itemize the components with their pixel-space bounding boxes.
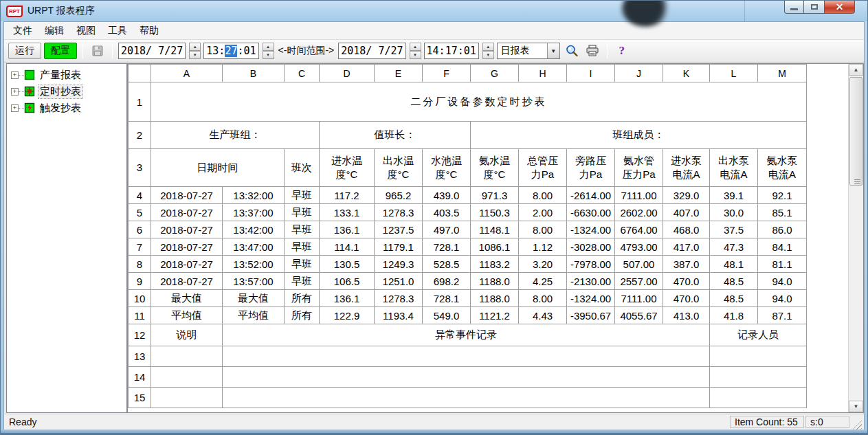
value-cell[interactable]: 48.5 xyxy=(710,290,758,307)
value-cell[interactable]: 4.25 xyxy=(519,273,567,290)
value-cell[interactable]: 1249.3 xyxy=(375,256,423,273)
value-cell[interactable]: -1324.00 xyxy=(567,290,615,307)
header-cell[interactable]: 出水泵电流A xyxy=(710,149,758,187)
value-cell[interactable]: 37.5 xyxy=(710,221,758,238)
value-cell[interactable]: 8.00 xyxy=(519,187,567,204)
spin-down-button[interactable]: ▼ xyxy=(189,51,201,59)
value-cell[interactable]: 965.2 xyxy=(375,187,423,204)
save-icon[interactable] xyxy=(89,43,107,59)
time-cell[interactable]: 平均值 xyxy=(223,307,285,324)
shift-cell[interactable]: 早班 xyxy=(285,256,320,273)
notes-label-cell[interactable]: 说明 xyxy=(151,324,223,346)
value-cell[interactable]: 7111.00 xyxy=(615,290,663,307)
menu-help[interactable]: 帮助 xyxy=(133,23,165,39)
value-cell[interactable]: 7111.00 xyxy=(615,187,663,204)
run-button[interactable]: 运行 xyxy=(8,43,41,59)
tree-item-production-report[interactable]: + 产量报表 xyxy=(8,67,125,83)
value-cell[interactable]: 85.1 xyxy=(758,204,807,221)
value-cell[interactable]: 106.5 xyxy=(320,273,375,290)
header-cell[interactable]: 氨水管压力Pa xyxy=(615,149,663,187)
header-datetime[interactable]: 日期时间 xyxy=(151,149,285,187)
value-cell[interactable]: 130.5 xyxy=(320,256,375,273)
expand-plus-icon[interactable]: + xyxy=(11,88,19,96)
spin-up-button[interactable]: ▲ xyxy=(263,43,274,51)
value-cell[interactable]: 728.1 xyxy=(423,290,471,307)
value-cell[interactable]: 8.00 xyxy=(519,221,567,238)
expand-plus-icon[interactable]: + xyxy=(11,71,19,79)
empty-cell[interactable] xyxy=(151,346,223,367)
value-cell[interactable]: 117.2 xyxy=(320,187,375,204)
value-cell[interactable]: 1148.1 xyxy=(471,221,519,238)
recorder-cell[interactable]: 记录人员 xyxy=(710,324,807,346)
value-cell[interactable]: 1121.2 xyxy=(471,307,519,324)
value-cell[interactable]: 47.3 xyxy=(710,238,758,256)
resize-grip[interactable] xyxy=(852,420,862,430)
value-cell[interactable]: 413.0 xyxy=(663,307,710,324)
time-cell[interactable]: 13:52:00 xyxy=(223,256,285,273)
scrollbar-track[interactable] xyxy=(849,76,863,401)
time-cell[interactable]: 13:42:00 xyxy=(223,221,285,238)
value-cell[interactable]: 387.0 xyxy=(663,256,710,273)
header-shift[interactable]: 班次 xyxy=(285,149,320,187)
config-button[interactable]: 配置 xyxy=(44,43,77,59)
scroll-down-icon[interactable]: ▼ xyxy=(849,401,863,412)
empty-cell[interactable] xyxy=(151,388,223,408)
start-time-input[interactable]: 13:27:01 xyxy=(203,43,258,59)
minimize-button[interactable] xyxy=(784,1,804,14)
value-cell[interactable]: 4793.00 xyxy=(615,238,663,256)
spin-up-button[interactable]: ▲ xyxy=(189,43,201,51)
menu-edit[interactable]: 编辑 xyxy=(38,23,70,39)
date-cell[interactable]: 最大值 xyxy=(151,290,223,307)
value-cell[interactable]: 2557.00 xyxy=(615,273,663,290)
value-cell[interactable]: -3950.67 xyxy=(567,307,615,324)
value-cell[interactable]: 1188.0 xyxy=(471,290,519,307)
value-cell[interactable]: 6764.00 xyxy=(615,221,663,238)
empty-cell[interactable] xyxy=(710,367,807,388)
shift-cell[interactable]: 早班 xyxy=(285,221,320,238)
value-cell[interactable]: 971.3 xyxy=(471,187,519,204)
spin-down-button[interactable]: ▼ xyxy=(263,51,274,59)
value-cell[interactable]: 439.0 xyxy=(423,187,471,204)
value-cell[interactable]: -2130.00 xyxy=(567,273,615,290)
tree-item-timed-reading[interactable]: + 定时抄表 xyxy=(8,83,125,100)
value-cell[interactable]: 1188.0 xyxy=(471,273,519,290)
spin-down-button[interactable]: ▼ xyxy=(482,51,494,59)
date-cell[interactable]: 2018-07-27 xyxy=(151,187,223,204)
vertical-scrollbar[interactable]: ▲ ▼ xyxy=(848,64,863,412)
value-cell[interactable]: 86.0 xyxy=(758,221,807,238)
shift-cell[interactable]: 早班 xyxy=(285,238,320,256)
value-cell[interactable]: 417.0 xyxy=(663,238,710,256)
value-cell[interactable]: 528.5 xyxy=(423,256,471,273)
value-cell[interactable]: 1.12 xyxy=(519,238,567,256)
value-cell[interactable]: 407.0 xyxy=(663,204,710,221)
header-cell[interactable]: 总管压力Pa xyxy=(519,149,567,187)
events-cell[interactable]: 异常事件记录 xyxy=(223,324,710,346)
value-cell[interactable]: 1150.3 xyxy=(471,204,519,221)
shift-cell[interactable]: 早班 xyxy=(285,204,320,221)
spin-down-button[interactable]: ▼ xyxy=(410,51,421,59)
shift-cell[interactable]: 早班 xyxy=(285,273,320,290)
empty-cell[interactable] xyxy=(223,346,710,367)
header-cell[interactable]: 进水泵电流A xyxy=(663,149,710,187)
header-cell[interactable]: 旁路压力Pa xyxy=(567,149,615,187)
leader-cell[interactable]: 值班长： xyxy=(320,122,471,149)
value-cell[interactable]: 1278.3 xyxy=(375,204,423,221)
header-cell[interactable]: 出水温度°C xyxy=(375,149,423,187)
header-cell[interactable]: 进水温度°C xyxy=(320,149,375,187)
date-cell[interactable]: 2018-07-27 xyxy=(151,204,223,221)
empty-cell[interactable] xyxy=(223,388,710,408)
value-cell[interactable]: 2.00 xyxy=(519,204,567,221)
empty-cell[interactable] xyxy=(223,367,710,388)
value-cell[interactable]: 1086.1 xyxy=(471,238,519,256)
value-cell[interactable]: 87.1 xyxy=(758,307,807,324)
scrollbar-thumb[interactable] xyxy=(849,77,863,186)
value-cell[interactable]: 4.43 xyxy=(519,307,567,324)
date-cell[interactable]: 2018-07-27 xyxy=(151,238,223,256)
members-cell[interactable]: 班组成员： xyxy=(471,122,807,149)
value-cell[interactable]: 1179.1 xyxy=(375,238,423,256)
date-cell[interactable]: 2018-07-27 xyxy=(151,273,223,290)
tree-item-trigger-reading[interactable]: + 触发抄表 xyxy=(8,100,125,116)
shift-cell[interactable]: 早班 xyxy=(285,187,320,204)
menu-file[interactable]: 文件 xyxy=(7,23,38,39)
value-cell[interactable]: 507.00 xyxy=(615,256,663,273)
